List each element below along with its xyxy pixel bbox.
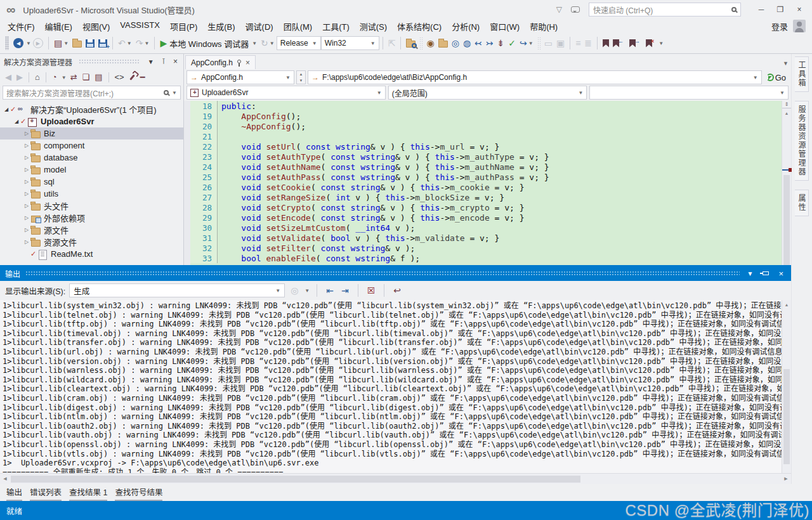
- window-position-dropdown[interactable]: ▼: [146, 58, 156, 65]
- undo-icon[interactable]: ↶▼: [116, 37, 134, 49]
- new-file-icon[interactable]: ▤▼: [52, 37, 70, 49]
- toolbar-drag-handle[interactable]: [5, 36, 9, 50]
- breakpoint-margin[interactable]: [184, 101, 190, 265]
- tree-item[interactable]: ✓ReadMe.txt: [0, 248, 183, 260]
- pin-icon[interactable]: ⊺: [160, 57, 167, 66]
- previous-bookmark-icon[interactable]: ←: [611, 38, 627, 49]
- se-sync-icon[interactable]: ⇄: [69, 72, 79, 82]
- panel-drag-grip[interactable]: [79, 59, 140, 64]
- save-all-icon[interactable]: +: [96, 38, 109, 49]
- increase-indent-icon[interactable]: ≣: [582, 37, 594, 49]
- user-avatar-icon[interactable]: [793, 20, 806, 32]
- find-symbol-icon[interactable]: ◍: [461, 37, 473, 49]
- close-panel-icon[interactable]: ×: [776, 269, 786, 278]
- word-wrap-icon[interactable]: ↩: [391, 285, 403, 296]
- window-position-dropdown[interactable]: ▼: [745, 270, 756, 277]
- navigate-back-dropdown[interactable]: ▼: [26, 41, 31, 46]
- menu-item[interactable]: 测试(S): [355, 19, 392, 34]
- expander-icon[interactable]: ▷: [23, 239, 30, 245]
- add-item-icon[interactable]: [70, 37, 84, 49]
- tree-item[interactable]: ▷model: [0, 164, 183, 176]
- vertical-tab[interactable]: 工具箱: [795, 56, 809, 92]
- solution-colors-icon[interactable]: ◉: [424, 37, 436, 49]
- vertical-tab[interactable]: 属性: [795, 190, 809, 216]
- tree-item[interactable]: ▷database: [0, 152, 183, 164]
- code-editor[interactable]: 18public:19 AppConfig();20 ~AppConfig();…: [190, 101, 782, 265]
- menu-item[interactable]: 调试(D): [240, 19, 278, 34]
- file-path-combo[interactable]: → F:\apps\up6\code\edge\atl\Biz\AppConfi…: [308, 70, 762, 84]
- se-forward-icon[interactable]: ▶: [15, 72, 24, 82]
- se-home-icon[interactable]: ⌂: [34, 72, 41, 82]
- expander-icon[interactable]: ▷: [23, 203, 30, 209]
- expander-icon[interactable]: ▷: [23, 191, 30, 197]
- tree-item[interactable]: ▷Biz: [0, 127, 183, 140]
- minimize-button[interactable]: ─: [752, 3, 770, 16]
- tab-list-dropdown[interactable]: ▼: [783, 60, 789, 67]
- tree-item[interactable]: ▷资源文件: [0, 236, 183, 248]
- menu-item[interactable]: 文件(F): [3, 19, 40, 34]
- split-editor-handle[interactable]: ⇕: [782, 101, 791, 108]
- search-options-dropdown[interactable]: ▼: [172, 90, 177, 96]
- find-icon[interactable]: ◎: [450, 37, 461, 49]
- menu-item[interactable]: VASSISTX: [115, 19, 165, 34]
- open-file-icon[interactable]: [436, 37, 450, 49]
- scroll-right-arrow[interactable]: ▶: [781, 476, 791, 481]
- scope-combo[interactable]: (全局范围) ▼: [388, 86, 587, 100]
- tree-item[interactable]: ▷源文件: [0, 224, 183, 236]
- menu-item[interactable]: 体系结构(C): [392, 19, 447, 34]
- toggle-bookmark-icon[interactable]: [601, 38, 611, 49]
- scrollbar-thumb[interactable]: [11, 476, 580, 483]
- navigate-backward-scope-icon[interactable]: ↢: [473, 37, 484, 49]
- tree-item[interactable]: ▷外部依赖项: [0, 212, 183, 224]
- close-button[interactable]: ×: [790, 3, 808, 16]
- feedback-icon[interactable]: [571, 6, 580, 13]
- editor-vertical-scrollbar[interactable]: ⇕ ▲: [782, 101, 791, 265]
- goto-definition-icon[interactable]: ⇟: [495, 37, 507, 49]
- tree-item[interactable]: ▷utils: [0, 188, 183, 200]
- se-show-all-files-icon[interactable]: ▤: [93, 72, 103, 82]
- scrollbar-thumb[interactable]: [783, 175, 790, 265]
- tree-item[interactable]: ▷component: [0, 140, 183, 152]
- menu-item[interactable]: 分析(N): [447, 19, 485, 34]
- go-button[interactable]: Go: [764, 70, 789, 84]
- output-vertical-scrollbar[interactable]: ▲: [782, 300, 791, 473]
- next-message-icon[interactable]: ⇥: [339, 285, 351, 296]
- project-context-combo[interactable]: Uploader6Svr ▼: [187, 86, 386, 100]
- expander-icon[interactable]: ▷: [23, 215, 30, 221]
- navigate-back-icon[interactable]: ◀: [11, 37, 25, 49]
- menu-item[interactable]: 生成(B): [202, 19, 240, 34]
- auto-hide-pin-icon[interactable]: [763, 271, 769, 275]
- decrease-indent-icon[interactable]: ≡: [573, 37, 582, 49]
- redo-icon[interactable]: ↷▼: [134, 37, 152, 49]
- clear-all-icon[interactable]: ☒: [365, 285, 377, 296]
- se-pending-changes-icon[interactable]: ◔: [51, 72, 58, 82]
- tree-item[interactable]: ▷头文件: [0, 200, 183, 212]
- refresh-icon[interactable]: ↻▼: [259, 37, 277, 49]
- open-corresponding-file-icon[interactable]: ↪▼: [518, 37, 535, 49]
- maximize-button[interactable]: ❐: [771, 3, 789, 16]
- configuration-combo[interactable]: Release▼: [277, 36, 321, 50]
- expander-icon[interactable]: ▷: [23, 131, 30, 136]
- scroll-left-arrow[interactable]: ◀: [0, 476, 10, 481]
- output-log[interactable]: 1>libcurl.lib(system_win32.obj) : warnin…: [0, 300, 782, 473]
- start-debugger-button[interactable]: ▶本地 Windows 调试器▼: [158, 36, 259, 51]
- save-icon[interactable]: [84, 38, 96, 49]
- symbol-spinner[interactable]: ▲▼: [296, 70, 306, 84]
- previous-message-icon[interactable]: ⇤: [324, 285, 336, 296]
- menu-item[interactable]: 帮助(H): [525, 19, 563, 34]
- expander-icon[interactable]: ▷: [23, 143, 30, 148]
- expander-icon[interactable]: ◢: [13, 119, 20, 124]
- navigate-forward-icon[interactable]: ▶: [31, 37, 45, 49]
- quick-launch-input[interactable]: 快速启动 (Ctrl+Q): [589, 3, 741, 16]
- menu-item[interactable]: 项目(P): [165, 19, 202, 34]
- toolbar-drag-handle[interactable]: [537, 37, 540, 49]
- close-panel-icon[interactable]: ×: [171, 57, 180, 66]
- copy-box-icon[interactable]: ▣: [554, 37, 566, 49]
- expander-icon[interactable]: ◢: [3, 107, 10, 112]
- notifications-flag-icon[interactable]: ▽: [556, 5, 562, 14]
- menu-item[interactable]: 团队(M): [278, 19, 318, 34]
- scroll-up-arrow[interactable]: ▲: [782, 300, 791, 309]
- se-preview-icon[interactable]: ━: [139, 72, 147, 82]
- expander-icon[interactable]: ▷: [23, 179, 30, 185]
- tree-item[interactable]: ◢✓解决方案“Uploader6Svr”(1 个项目): [0, 103, 183, 115]
